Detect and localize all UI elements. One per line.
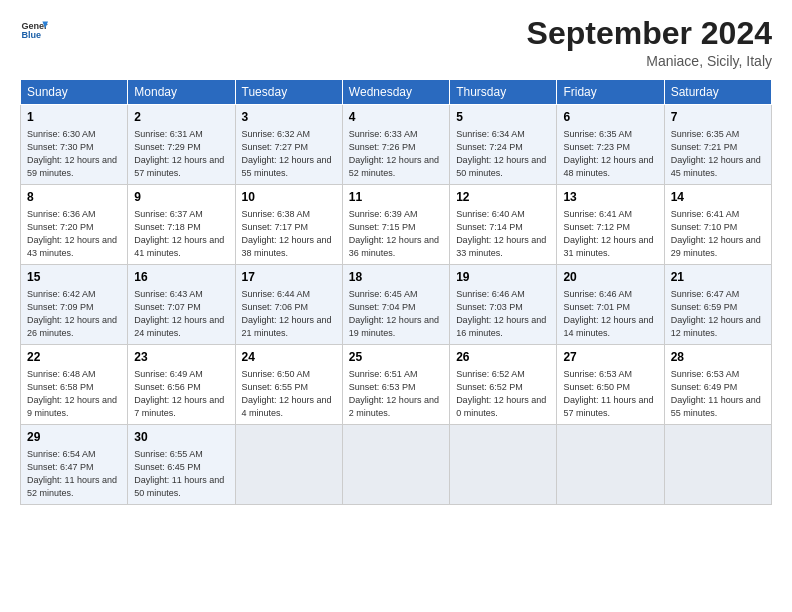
svg-text:Blue: Blue [21,30,41,40]
table-row: 13Sunrise: 6:41 AMSunset: 7:12 PMDayligh… [557,185,664,265]
table-row: 22Sunrise: 6:48 AMSunset: 6:58 PMDayligh… [21,345,128,425]
calendar-row: 15Sunrise: 6:42 AMSunset: 7:09 PMDayligh… [21,265,772,345]
table-row: 1Sunrise: 6:30 AMSunset: 7:30 PMDaylight… [21,105,128,185]
col-monday: Monday [128,80,235,105]
calendar-row: 29Sunrise: 6:54 AMSunset: 6:47 PMDayligh… [21,425,772,505]
table-row: 25Sunrise: 6:51 AMSunset: 6:53 PMDayligh… [342,345,449,425]
calendar: Sunday Monday Tuesday Wednesday Thursday… [20,79,772,505]
table-row: 18Sunrise: 6:45 AMSunset: 7:04 PMDayligh… [342,265,449,345]
col-sunday: Sunday [21,80,128,105]
logo-icon: General Blue [20,16,48,44]
title-block: September 2024 Maniace, Sicily, Italy [527,16,772,69]
month-title: September 2024 [527,16,772,51]
table-row: 8Sunrise: 6:36 AMSunset: 7:20 PMDaylight… [21,185,128,265]
table-row: 16Sunrise: 6:43 AMSunset: 7:07 PMDayligh… [128,265,235,345]
logo: General Blue [20,16,48,44]
col-tuesday: Tuesday [235,80,342,105]
table-row: 6Sunrise: 6:35 AMSunset: 7:23 PMDaylight… [557,105,664,185]
table-row: 15Sunrise: 6:42 AMSunset: 7:09 PMDayligh… [21,265,128,345]
table-row: 7Sunrise: 6:35 AMSunset: 7:21 PMDaylight… [664,105,771,185]
header-row: Sunday Monday Tuesday Wednesday Thursday… [21,80,772,105]
table-row: 21Sunrise: 6:47 AMSunset: 6:59 PMDayligh… [664,265,771,345]
table-row: 2Sunrise: 6:31 AMSunset: 7:29 PMDaylight… [128,105,235,185]
table-row: 5Sunrise: 6:34 AMSunset: 7:24 PMDaylight… [450,105,557,185]
col-thursday: Thursday [450,80,557,105]
table-row: 3Sunrise: 6:32 AMSunset: 7:27 PMDaylight… [235,105,342,185]
table-row: 30Sunrise: 6:55 AMSunset: 6:45 PMDayligh… [128,425,235,505]
table-row: 12Sunrise: 6:40 AMSunset: 7:14 PMDayligh… [450,185,557,265]
table-row: 10Sunrise: 6:38 AMSunset: 7:17 PMDayligh… [235,185,342,265]
table-row [664,425,771,505]
table-row [235,425,342,505]
table-row: 27Sunrise: 6:53 AMSunset: 6:50 PMDayligh… [557,345,664,425]
table-row: 24Sunrise: 6:50 AMSunset: 6:55 PMDayligh… [235,345,342,425]
calendar-row: 22Sunrise: 6:48 AMSunset: 6:58 PMDayligh… [21,345,772,425]
table-row: 11Sunrise: 6:39 AMSunset: 7:15 PMDayligh… [342,185,449,265]
calendar-row: 8Sunrise: 6:36 AMSunset: 7:20 PMDaylight… [21,185,772,265]
calendar-row: 1Sunrise: 6:30 AMSunset: 7:30 PMDaylight… [21,105,772,185]
location: Maniace, Sicily, Italy [527,53,772,69]
col-friday: Friday [557,80,664,105]
table-row: 20Sunrise: 6:46 AMSunset: 7:01 PMDayligh… [557,265,664,345]
table-row: 19Sunrise: 6:46 AMSunset: 7:03 PMDayligh… [450,265,557,345]
col-wednesday: Wednesday [342,80,449,105]
header: General Blue September 2024 Maniace, Sic… [20,16,772,69]
table-row: 14Sunrise: 6:41 AMSunset: 7:10 PMDayligh… [664,185,771,265]
table-row: 4Sunrise: 6:33 AMSunset: 7:26 PMDaylight… [342,105,449,185]
table-row [450,425,557,505]
table-row [342,425,449,505]
table-row: 9Sunrise: 6:37 AMSunset: 7:18 PMDaylight… [128,185,235,265]
page: General Blue September 2024 Maniace, Sic… [0,0,792,612]
table-row: 29Sunrise: 6:54 AMSunset: 6:47 PMDayligh… [21,425,128,505]
table-row: 23Sunrise: 6:49 AMSunset: 6:56 PMDayligh… [128,345,235,425]
table-row: 26Sunrise: 6:52 AMSunset: 6:52 PMDayligh… [450,345,557,425]
table-row: 28Sunrise: 6:53 AMSunset: 6:49 PMDayligh… [664,345,771,425]
table-row: 17Sunrise: 6:44 AMSunset: 7:06 PMDayligh… [235,265,342,345]
table-row [557,425,664,505]
col-saturday: Saturday [664,80,771,105]
